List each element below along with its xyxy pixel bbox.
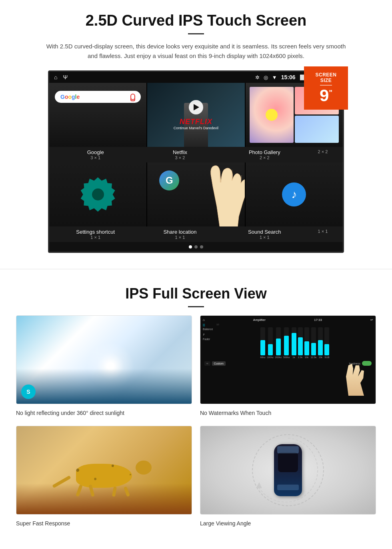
bluetooth-icon: ✲ <box>255 74 260 80</box>
teal-logo-icon: S <box>21 385 36 399</box>
netflix-content: NETFLIX Continue Marvel's Daredevil <box>147 83 244 147</box>
car-top-view <box>274 444 302 496</box>
amp-volume-icon: ♪ <box>203 332 215 336</box>
google-app-cell[interactable]: Google <box>49 83 146 147</box>
section-ips-view: IPS Full Screen View S No light reflecti… <box>0 277 392 540</box>
badge-title: Screen Size <box>311 72 341 83</box>
dot-2 <box>194 245 198 248</box>
gallery-thumb-3 <box>295 116 339 143</box>
google-search-bar[interactable]: Google <box>55 91 141 103</box>
svg-marker-3 <box>256 482 262 488</box>
sound-label: Sound Search 1 × 1 <box>222 228 307 240</box>
car-body <box>274 444 302 496</box>
eq-bar-200hz: 200hz <box>275 327 282 359</box>
gear-icon-wrap <box>49 162 146 226</box>
play-triangle-icon <box>194 104 199 110</box>
dot-3 <box>200 245 203 248</box>
amp-content: ||| Balance ♪ Fader 10 <box>203 323 373 359</box>
eq-bar-100hz: 100hz <box>267 327 273 359</box>
flower-center <box>266 109 278 121</box>
amp-left-panel: ||| Balance ♪ Fader <box>203 323 215 359</box>
status-time: 15:06 <box>281 74 296 80</box>
android-screen: ⌂ Ψ ✲ ◎ ▼ 15:06 ⬜ ♪ ✕ ▭ ↩ <box>48 70 344 253</box>
netflix-play-button[interactable] <box>189 100 203 114</box>
netflix-label: Netflix 3 × 2 <box>138 148 222 161</box>
netflix-logo: NETFLIX <box>180 118 212 126</box>
cheetah-card: Super Fast Response <box>16 426 192 528</box>
app-grid-row2: G <box>49 162 343 226</box>
amp-bottom-bar: ‹‹ Custom loudness <box>203 361 373 366</box>
amp-back-icon: ↩ <box>370 318 373 322</box>
share-label: Share location 1 × 1 <box>138 228 222 240</box>
status-left: ⌂ Ψ <box>54 74 68 80</box>
eq-bar-sub: SUB <box>324 327 329 359</box>
app-labels-row1: Google 3 × 1 Netflix 3 × 2 Photo Gallery… <box>49 147 343 162</box>
settings-app-cell[interactable] <box>49 162 146 226</box>
eq-bar-1k: 1k <box>292 327 296 359</box>
home-icon: ⌂ <box>54 74 57 80</box>
gallery-size-extra: 2 × 2 <box>307 148 339 161</box>
amplifier-image: ⌂ Amplifier 17:33 ↩ ||| Balance ♪ <box>200 316 376 404</box>
sunlight-caption: No light reflecting under 360° direct su… <box>16 408 192 418</box>
eq-bar-15k: 15k <box>318 327 323 359</box>
cheetah-spots <box>16 426 192 514</box>
amp-title-text: Amplifier <box>253 318 266 322</box>
amp-eq-area: 10 60hz 100hz <box>216 323 373 359</box>
pagination-dots <box>49 242 343 252</box>
amp-back-btn[interactable]: ‹‹ <box>204 361 210 366</box>
sunlight-bottom <box>16 369 192 404</box>
car-image <box>200 426 376 514</box>
eq-bar-12.5k: 12.5k <box>311 327 317 359</box>
eq-bar-500hz: 500hz <box>283 327 290 359</box>
section2-title: IPS Full Screen View <box>16 285 376 302</box>
gear-icon <box>84 180 112 208</box>
amp-y-axis: 10 <box>216 323 373 326</box>
car-caption: Large Viewing Angle <box>200 519 376 528</box>
cheetah-image-box <box>16 426 192 515</box>
settings-label: Settings shortcut 1 × 1 <box>53 228 138 240</box>
amp-buttons: ‹‹ Custom <box>204 361 226 366</box>
title-underline <box>188 33 204 34</box>
amp-status-bar: ⌂ Amplifier 17:33 ↩ <box>203 318 373 322</box>
sound-size-extra: 1 × 1 <box>307 228 339 240</box>
title-underline-2 <box>188 306 204 307</box>
cheetah-image <box>16 426 192 514</box>
netflix-subtitle: Continue Marvel's Daredevil <box>174 126 218 130</box>
google-logo: Google <box>60 94 80 100</box>
amp-loudness-toggle[interactable] <box>362 361 372 366</box>
amp-home-icon: ⌂ <box>203 318 205 322</box>
screen-mockup-container: Screen Size 9" ⌂ Ψ ✲ ◎ ▼ 15:06 ⬜ ♪ <box>48 70 344 253</box>
amp-loudness-control: loudness <box>349 361 372 366</box>
eq-bar-10k: 10k <box>304 327 309 359</box>
section1-description: With 2.5D curved-display screen, this de… <box>44 42 348 61</box>
sunlight-card: S No light reflecting under 360° direct … <box>16 315 192 418</box>
gear-inner <box>92 188 104 200</box>
app-grid-row1: Google NETFLIX Continue Marvel's <box>49 83 343 147</box>
car-windshield <box>277 446 299 453</box>
netflix-app-cell[interactable]: NETFLIX Continue Marvel's Daredevil <box>147 83 244 147</box>
amplifier-image-box: ⌂ Amplifier 17:33 ↩ ||| Balance ♪ <box>200 315 376 404</box>
wifi-icon: ▼ <box>272 74 277 80</box>
car-card: Large Viewing Angle <box>200 426 376 528</box>
mic-icon <box>130 94 135 100</box>
app-labels-row2: Settings shortcut 1 × 1 Share location 1… <box>49 226 343 242</box>
dot-1 <box>189 245 192 248</box>
amp-custom-btn[interactable]: Custom <box>212 361 226 366</box>
section1-title: 2.5D Curved IPS Touch Screen <box>16 12 376 29</box>
eq-bar-2.5k: 2.5k <box>298 327 303 359</box>
amp-time-text: 17:33 <box>314 318 322 322</box>
badge-divider <box>320 85 332 86</box>
sound-search-app-cell[interactable]: ♪ <box>246 162 343 226</box>
sunlight-image: S <box>16 316 192 404</box>
hand-pointing-icon <box>197 162 245 226</box>
car-image-box <box>200 426 376 515</box>
music-icon-wrap: ♪ <box>246 162 343 226</box>
badge-size: 9" <box>320 86 332 105</box>
status-bar: ⌂ Ψ ✲ ◎ ▼ 15:06 ⬜ ♪ ✕ ▭ ↩ <box>49 72 343 83</box>
feature-image-grid: S No light reflecting under 360° direct … <box>16 315 376 528</box>
amp-hand-icon <box>344 364 368 396</box>
car-roof <box>278 452 298 472</box>
amp-equalizer: 60hz 100hz 200hz <box>216 327 373 359</box>
google-label: Google 3 × 1 <box>53 148 138 161</box>
share-location-app-cell[interactable]: G <box>147 162 244 226</box>
